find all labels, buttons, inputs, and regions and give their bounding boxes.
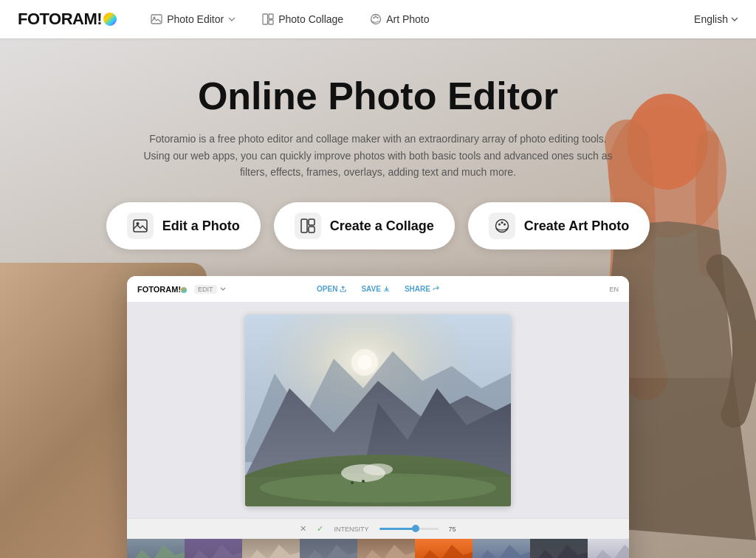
chevron-down-icon bbox=[731, 17, 738, 21]
nav-item-art-photo[interactable]: Art Photo bbox=[360, 9, 439, 30]
intensity-thumb bbox=[412, 525, 419, 532]
navbar: FOTORAM! Photo Editor Photo Collage bbox=[0, 0, 756, 38]
svg-point-31 bbox=[362, 480, 365, 483]
nav-item-photo-editor[interactable]: Photo Editor bbox=[140, 9, 246, 30]
nav-items: Photo Editor Photo Collage Art Photo bbox=[140, 9, 694, 30]
logo[interactable]: FOTORAM! bbox=[18, 10, 117, 29]
svg-point-18 bbox=[501, 221, 503, 224]
hero-content: Online Photo Editor Fotoramio is a free … bbox=[0, 38, 756, 558]
svg-point-17 bbox=[498, 224, 501, 226]
filter-preview bbox=[185, 539, 242, 558]
filter-thumb bbox=[472, 539, 530, 558]
filter-thumb bbox=[300, 539, 357, 558]
collage-icon bbox=[300, 218, 315, 233]
hero-title: Online Photo Editor bbox=[0, 75, 756, 117]
app-intensity-bar: ✕ ✓ INTENSITY 75 bbox=[127, 518, 629, 539]
create-collage-button[interactable]: Create a Collage bbox=[274, 202, 455, 249]
app-save-label: SAVE bbox=[361, 285, 381, 293]
app-share-action[interactable]: SHARE bbox=[405, 285, 439, 293]
hero-subtitle: Fotoramio is a free photo editor and col… bbox=[142, 131, 614, 180]
filter-thumb bbox=[127, 539, 185, 558]
edit-photo-button[interactable]: Edit a Photo bbox=[106, 202, 261, 249]
app-share-label: SHARE bbox=[405, 285, 430, 293]
dropdown-icon bbox=[220, 287, 226, 291]
filter-preview bbox=[588, 539, 629, 558]
filter-item-nashville[interactable]: NASHVILLE bbox=[357, 539, 415, 558]
save-icon bbox=[383, 286, 390, 292]
svg-point-12 bbox=[136, 222, 139, 225]
filter-preview bbox=[530, 539, 588, 558]
photo-icon bbox=[133, 218, 148, 233]
language-label: English bbox=[694, 13, 728, 25]
nav-label-photo-collage: Photo Collage bbox=[278, 13, 343, 25]
app-nav-actions: OPEN SAVE SHARE bbox=[317, 285, 439, 293]
svg-rect-2 bbox=[263, 14, 268, 24]
nav-item-photo-collage[interactable]: Photo Collage bbox=[252, 9, 354, 30]
svg-point-6 bbox=[373, 17, 374, 18]
app-logo-dot-icon bbox=[181, 287, 187, 293]
palette-create-icon bbox=[489, 213, 515, 239]
filter-thumb bbox=[415, 539, 472, 558]
svg-rect-11 bbox=[134, 220, 147, 232]
app-logo-small: FOTORAM! bbox=[137, 285, 187, 294]
hero-section: Online Photo Editor Fotoramio is a free … bbox=[0, 38, 756, 558]
svg-point-7 bbox=[375, 16, 377, 17]
cta-row: Edit a Photo Create a Collage bbox=[0, 202, 756, 249]
intensity-value: 75 bbox=[449, 526, 456, 533]
filter-item-trick[interactable]: TRICK bbox=[300, 539, 357, 558]
app-topbar: FOTORAM! EDIT OPEN SAVE SHARE bbox=[127, 276, 629, 303]
chevron-down-icon bbox=[228, 17, 236, 21]
app-preview: FOTORAM! EDIT OPEN SAVE SHARE bbox=[127, 276, 629, 558]
app-open-action[interactable]: OPEN bbox=[317, 285, 346, 293]
app-canvas bbox=[127, 303, 629, 518]
confirm-intensity-button[interactable]: ✓ bbox=[317, 524, 323, 534]
filter-preview bbox=[357, 539, 415, 558]
app-lang-label: EN bbox=[609, 286, 619, 293]
svg-rect-3 bbox=[269, 14, 273, 19]
filter-item-clarity[interactable]: CLARITY bbox=[588, 539, 629, 558]
svg-rect-14 bbox=[309, 219, 315, 225]
filter-thumb bbox=[242, 539, 300, 558]
nav-label-photo-editor: Photo Editor bbox=[167, 13, 224, 25]
app-save-action[interactable]: SAVE bbox=[361, 285, 390, 293]
svg-rect-15 bbox=[309, 227, 315, 232]
svg-point-30 bbox=[351, 481, 354, 484]
collage-icon bbox=[262, 13, 274, 25]
collage-create-icon bbox=[295, 213, 321, 239]
app-image[interactable] bbox=[245, 314, 511, 506]
filter-item-beta[interactable]: BETA bbox=[472, 539, 530, 558]
app-open-label: OPEN bbox=[317, 285, 337, 293]
logo-circle-icon bbox=[103, 13, 117, 26]
language-selector[interactable]: English bbox=[694, 13, 738, 25]
svg-rect-0 bbox=[151, 15, 162, 24]
filter-item-charming[interactable]: CHARMING bbox=[185, 539, 242, 558]
close-intensity-button[interactable]: ✕ bbox=[300, 524, 306, 534]
svg-point-29 bbox=[363, 464, 393, 475]
filter-thumb bbox=[530, 539, 588, 558]
create-collage-label: Create a Collage bbox=[330, 218, 434, 234]
filter-item-excited[interactable]: EXCITED bbox=[242, 539, 300, 558]
app-edit-badge: EDIT bbox=[194, 285, 217, 294]
logo-text: FOTORAM! bbox=[18, 10, 102, 29]
filter-strip: ORIGINAL CHARMING bbox=[127, 539, 629, 558]
filter-item-lomo kelvin[interactable]: LOMO KELVIN bbox=[415, 539, 472, 558]
open-icon bbox=[340, 286, 346, 292]
svg-point-19 bbox=[504, 224, 506, 226]
filter-item-original[interactable]: ORIGINAL bbox=[127, 539, 185, 558]
filter-preview bbox=[415, 539, 472, 558]
svg-rect-13 bbox=[301, 219, 307, 232]
intensity-label: INTENSITY bbox=[334, 526, 368, 533]
intensity-fill bbox=[379, 528, 415, 530]
nav-label-art-photo: Art Photo bbox=[386, 13, 429, 25]
filter-preview bbox=[300, 539, 357, 558]
create-art-photo-button[interactable]: Create Art Photo bbox=[468, 202, 650, 249]
image-edit-icon bbox=[127, 213, 154, 239]
svg-point-8 bbox=[377, 17, 378, 18]
filter-item-noire[interactable]: NOIRE bbox=[530, 539, 588, 558]
filter-preview bbox=[472, 539, 530, 558]
filter-thumb bbox=[588, 539, 629, 558]
image-icon bbox=[151, 13, 162, 25]
filter-preview bbox=[242, 539, 300, 558]
filter-preview bbox=[127, 539, 185, 558]
intensity-slider[interactable] bbox=[379, 528, 439, 530]
